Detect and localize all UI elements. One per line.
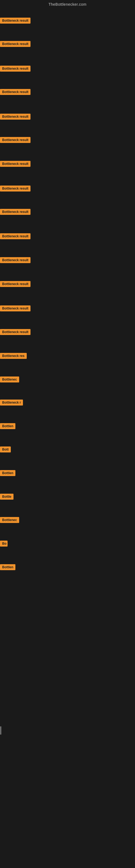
bottleneck-badge[interactable]: Bottleneck result	[0, 66, 31, 72]
bottleneck-badge[interactable]: Bottleneck result	[0, 89, 31, 95]
bottleneck-badge[interactable]: Bottleneck result	[0, 186, 31, 191]
bottleneck-badge[interactable]: Bottlen	[0, 470, 15, 476]
bottleneck-result-item[interactable]: Bottlenec	[0, 376, 19, 383]
bottleneck-result-item[interactable]: Bottleneck result	[0, 41, 31, 48]
bottleneck-badge[interactable]: Bottleneck result	[0, 114, 31, 120]
bottleneck-result-item[interactable]: Bottle	[0, 494, 13, 501]
bottleneck-result-item[interactable]: Bottleneck result	[0, 161, 31, 168]
bottleneck-badge[interactable]: Bottleneck res	[0, 353, 27, 359]
bottleneck-badge[interactable]: Bottleneck result	[0, 18, 31, 24]
bottleneck-result-item[interactable]: Bott	[0, 446, 11, 454]
bottleneck-result-item[interactable]: Bottleneck result	[0, 305, 31, 312]
bottleneck-badge[interactable]: Bottleneck result	[0, 329, 31, 335]
bottleneck-badge[interactable]: Bottleneck result	[0, 161, 31, 167]
bottleneck-result-item[interactable]: Bottlenec	[0, 517, 19, 524]
bottleneck-badge[interactable]: Bottleneck result	[0, 233, 31, 239]
bottleneck-badge[interactable]: Bott	[0, 446, 11, 453]
bottleneck-badge[interactable]: Bottlenec	[0, 517, 19, 523]
bottleneck-result-item[interactable]: Bottleneck result	[0, 137, 31, 144]
bottleneck-badge[interactable]: Bottlenec	[0, 376, 19, 382]
bottleneck-badge[interactable]: Bo	[0, 540, 8, 547]
bottleneck-result-item[interactable]: Bottleneck r	[0, 400, 23, 407]
site-title: TheBottlenecker.com	[0, 0, 135, 8]
bottleneck-result-item[interactable]: Bottlen	[0, 470, 15, 477]
bottleneck-result-item[interactable]: Bottlen	[0, 564, 15, 571]
bottleneck-result-item[interactable]: Bottleneck result	[0, 186, 31, 193]
bottleneck-badge[interactable]: Bottleneck result	[0, 281, 31, 287]
bottleneck-result-item[interactable]: Bottleneck result	[0, 257, 31, 264]
bottleneck-result-item[interactable]: Bo	[0, 540, 8, 548]
bottleneck-badge[interactable]: Bottleneck result	[0, 305, 31, 311]
bottleneck-result-item[interactable]: Bottleneck result	[0, 233, 31, 240]
bottleneck-badge[interactable]: Bottlen	[0, 423, 15, 429]
bottleneck-result-item[interactable]: Bottlen	[0, 423, 15, 430]
bottleneck-result-item[interactable]: Bottleneck result	[0, 18, 31, 25]
bottleneck-badge[interactable]: Bottlen	[0, 564, 15, 570]
bottleneck-result-item[interactable]: Bottleneck result	[0, 209, 31, 216]
bottleneck-result-item[interactable]: Bottleneck result	[0, 89, 31, 96]
bottleneck-badge[interactable]: Bottleneck r	[0, 400, 23, 405]
bottleneck-badge[interactable]: Bottleneck result	[0, 257, 31, 263]
bottleneck-result-item[interactable]: Bottleneck result	[0, 281, 31, 288]
bottleneck-result-item[interactable]: Bottleneck result	[0, 114, 31, 121]
bottleneck-result-item[interactable]: Bottleneck result	[0, 329, 31, 336]
bottleneck-result-item[interactable]: Bottleneck res	[0, 353, 27, 360]
bottleneck-badge[interactable]: Bottleneck result	[0, 137, 31, 143]
cursor-indicator	[1, 726, 1, 735]
bottleneck-badge[interactable]: Bottleneck result	[0, 41, 31, 47]
bottleneck-result-item[interactable]: Bottleneck result	[0, 66, 31, 73]
bottleneck-badge[interactable]: Bottle	[0, 494, 13, 500]
bottleneck-badge[interactable]: Bottleneck result	[0, 209, 31, 215]
